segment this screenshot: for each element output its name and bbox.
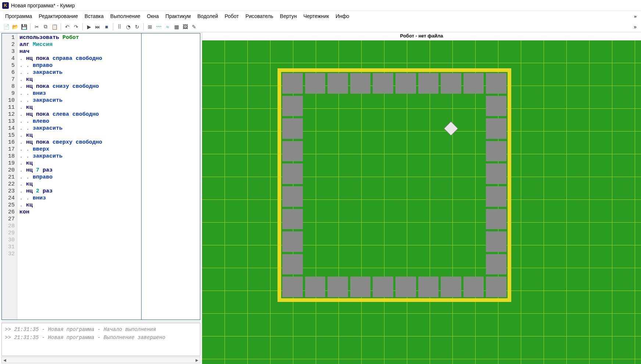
painted-cell xyxy=(463,73,484,94)
grid-numbers-icon[interactable]: ⊞ xyxy=(146,23,154,31)
painted-cell xyxy=(282,73,303,94)
painted-cell xyxy=(486,73,506,94)
run-icon[interactable]: ▶ xyxy=(85,23,93,31)
menu-item-3[interactable]: Выполнение xyxy=(107,12,143,21)
painted-cell xyxy=(486,118,506,139)
toolbar: 📄📂💾✂⧉📋↶↷▶⏭■⠿◔↻⊞〰≈▦🖼✎» xyxy=(0,21,641,32)
painted-cell xyxy=(486,96,506,116)
painted-cell xyxy=(350,73,371,94)
line-gutter: 1234567891011121314151617181920212223242… xyxy=(2,33,17,320)
redo-icon[interactable]: ↷ xyxy=(72,23,80,31)
robot-pane: Робот - нет файла xyxy=(202,32,641,364)
open-file-icon[interactable]: 📂 xyxy=(11,23,19,31)
actor-window-icon[interactable]: ↻ xyxy=(133,23,141,31)
painted-cell xyxy=(418,277,439,297)
menu-overflow-icon[interactable]: » xyxy=(632,12,639,21)
painted-cell xyxy=(282,141,303,162)
code-content[interactable]: использовать Роботалг Миссиянач. нц пока… xyxy=(17,33,141,320)
show-actors-icon[interactable]: ◔ xyxy=(124,23,132,31)
painted-cell xyxy=(486,141,506,162)
menu-item-4[interactable]: Окна xyxy=(144,12,162,21)
menu-item-2[interactable]: Вставка xyxy=(82,12,107,21)
toolbar-overflow-icon[interactable]: » xyxy=(631,24,639,30)
menu-item-8[interactable]: Рисователь xyxy=(243,12,276,21)
menu-item-7[interactable]: Робот xyxy=(222,12,241,21)
painted-cell xyxy=(327,277,348,297)
painted-cell xyxy=(282,118,303,139)
code-margin xyxy=(141,33,200,320)
painted-cell xyxy=(282,277,303,297)
painted-cell xyxy=(486,231,506,252)
robot-field-viewport[interactable] xyxy=(202,40,641,364)
wave1-icon[interactable]: 〰 xyxy=(155,23,163,31)
copy-icon[interactable]: ⧉ xyxy=(42,23,50,31)
painted-cell xyxy=(486,277,506,297)
save-file-icon[interactable]: 💾 xyxy=(20,23,28,31)
painted-cell xyxy=(282,163,303,184)
menu-item-0[interactable]: Программа xyxy=(2,12,35,21)
show-vars-icon[interactable]: ⠿ xyxy=(115,23,123,31)
grid-icon[interactable]: ▦ xyxy=(172,23,180,31)
horizontal-scrollbar[interactable]: ◀ ▶ xyxy=(1,357,200,363)
paste-icon[interactable]: 📋 xyxy=(50,23,58,31)
cut-icon[interactable]: ✂ xyxy=(33,23,41,31)
menu-item-5[interactable]: Практикум xyxy=(162,12,194,21)
painted-cell xyxy=(327,73,348,94)
robot-panel-title: Робот - нет файла xyxy=(202,32,641,40)
wave2-icon[interactable]: ≈ xyxy=(164,23,172,31)
painted-cell xyxy=(486,163,506,184)
painted-cell xyxy=(441,277,461,297)
painted-cell xyxy=(305,73,326,94)
brush-icon[interactable]: ✎ xyxy=(190,23,198,31)
painted-cell xyxy=(418,73,439,94)
painted-cell xyxy=(441,73,461,94)
picture-icon[interactable]: 🖼 xyxy=(181,23,189,31)
painted-cell xyxy=(463,277,484,297)
menubar: ПрограммаРедактированиеВставкаВыполнение… xyxy=(0,11,641,21)
painted-cell xyxy=(486,254,506,275)
painted-cell xyxy=(486,209,506,230)
painted-cell xyxy=(282,186,303,207)
painted-cell xyxy=(373,73,393,94)
menu-item-9[interactable]: Вертун xyxy=(277,12,300,21)
console-line: >> 21:31:35 - Новая программа - Начало в… xyxy=(5,325,197,334)
painted-cell xyxy=(350,277,371,297)
scroll-left-icon[interactable]: ◀ xyxy=(2,357,8,363)
painted-cell xyxy=(395,73,416,94)
undo-icon[interactable]: ↶ xyxy=(63,23,71,31)
painted-cell xyxy=(282,231,303,252)
painted-cell xyxy=(282,209,303,230)
editor-pane: 1234567891011121314151617181920212223242… xyxy=(0,32,202,364)
robot-field[interactable] xyxy=(202,40,641,364)
menu-item-6[interactable]: Водолей xyxy=(194,12,221,21)
titlebar: K Новая программа* - Кумир xyxy=(0,0,641,11)
output-console[interactable]: >> 21:31:35 - Новая программа - Начало в… xyxy=(1,323,200,356)
code-editor[interactable]: 1234567891011121314151617181920212223242… xyxy=(1,33,200,320)
menu-item-1[interactable]: Редактирование xyxy=(36,12,81,21)
window-title: Новая программа* - Кумир xyxy=(11,3,75,8)
painted-cell xyxy=(395,277,416,297)
painted-cell xyxy=(373,277,393,297)
painted-cell xyxy=(282,96,303,116)
field-boundary xyxy=(277,68,511,302)
painted-cell xyxy=(282,254,303,275)
scroll-right-icon[interactable]: ▶ xyxy=(194,357,200,363)
painted-cell xyxy=(305,277,326,297)
painted-cell xyxy=(486,186,506,207)
console-line: >> 21:31:35 - Новая программа - Выполнен… xyxy=(5,334,197,342)
menu-item-10[interactable]: Чертежник xyxy=(300,12,332,21)
step-icon[interactable]: ⏭ xyxy=(94,23,102,31)
menu-item-11[interactable]: Инфо xyxy=(333,12,352,21)
new-file-icon[interactable]: 📄 xyxy=(2,23,10,31)
stop-icon[interactable]: ■ xyxy=(103,23,111,31)
app-icon: K xyxy=(2,2,9,9)
